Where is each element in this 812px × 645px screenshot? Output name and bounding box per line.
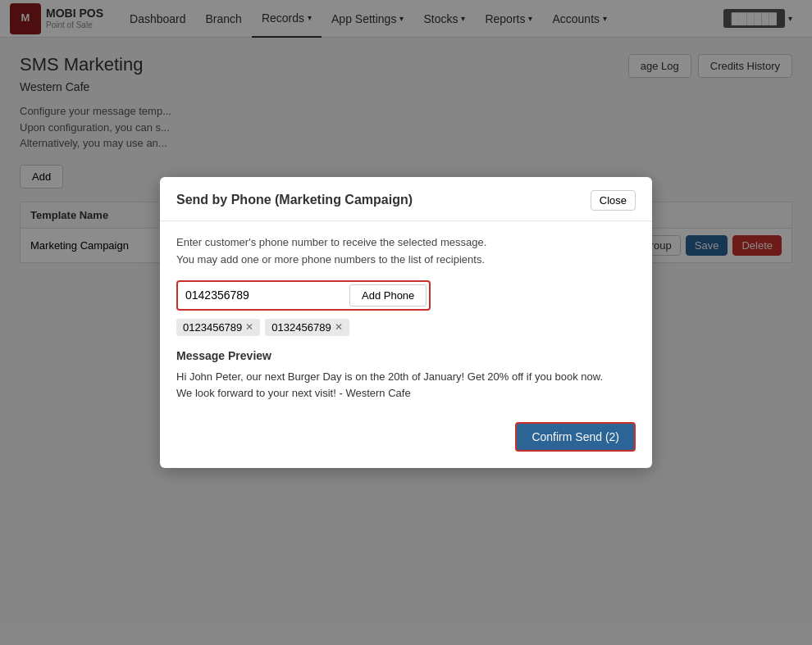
- phone-tag-1: 0132456789 ✕: [265, 319, 349, 336]
- phone-tag-0-remove[interactable]: ✕: [245, 321, 253, 333]
- phone-input[interactable]: [180, 285, 344, 305]
- phone-tag-1-remove[interactable]: ✕: [335, 321, 343, 333]
- message-preview-label: Message Preview: [176, 349, 636, 362]
- confirm-send-button[interactable]: Confirm Send (2): [515, 422, 636, 452]
- modal-title: Send by Phone (Marketing Campaign): [176, 193, 413, 207]
- modal-body: Enter customer's phone number to receive…: [160, 221, 652, 468]
- modal: Send by Phone (Marketing Campaign) Close…: [160, 177, 652, 468]
- message-preview-text: Hi John Peter, our next Burger Day is on…: [176, 369, 636, 403]
- phone-input-row: Add Phone: [176, 280, 431, 311]
- modal-close-button[interactable]: Close: [591, 190, 636, 211]
- phone-tag-0: 0123456789 ✕: [176, 319, 260, 336]
- modal-overlay: Send by Phone (Marketing Campaign) Close…: [0, 0, 812, 645]
- add-phone-button[interactable]: Add Phone: [349, 284, 427, 307]
- phone-tags-row: 0123456789 ✕ 0132456789 ✕: [176, 319, 636, 336]
- modal-header: Send by Phone (Marketing Campaign) Close: [160, 177, 652, 221]
- modal-description: Enter customer's phone number to receive…: [176, 234, 636, 269]
- modal-footer: Confirm Send (2): [176, 419, 636, 452]
